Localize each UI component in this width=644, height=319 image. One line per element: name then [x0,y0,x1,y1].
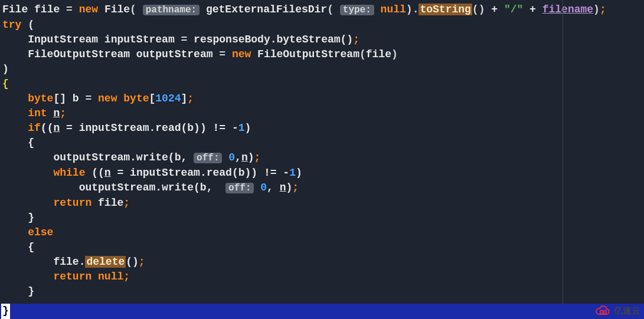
kw-return2: return [53,271,91,282]
num-1024: 1024 [155,93,181,104]
svg-point-0 [600,310,603,313]
kw-null: null [381,4,406,15]
var-n: n [53,107,60,119]
fos-ctor: FileOutputStream [257,48,359,60]
kw-new: new [79,4,98,15]
getext: getExternalFilesDir [206,4,327,15]
str-slash: "/" [504,4,523,15]
code-editor[interactable]: File file = new File( pathname: getExter… [0,0,644,299]
write-call: outputStream.write(b, [53,152,187,163]
read-call: inputStream.read(b) [79,122,200,134]
hint-type: type: [340,5,374,15]
fos-arg: file [366,48,391,60]
plus1: + [485,4,504,15]
var-n5: n [280,182,286,193]
kw-else: else [28,226,53,238]
watermark-logo: 亿速云 [595,303,640,318]
method-delete: delete [85,256,126,268]
type-fos: FileOutputStream [28,48,130,60]
kw-int: int [28,107,47,119]
file-ctor: File [104,4,130,15]
plus2: + [523,4,542,15]
num-zero: 0 [228,152,235,163]
matching-brace-highlight: } [1,304,10,319]
method-tostring: toString [419,4,472,15]
kw-return: return [53,197,91,209]
var-n3: n [241,152,248,163]
type-is: InputStream [28,34,98,45]
read-call2: inputStream.read(b) [130,167,251,179]
ret-file: file [98,197,123,209]
kw-try: try [2,19,21,31]
cloud-icon [595,304,612,317]
kw-new2: new [232,48,251,60]
kw-while: while [53,167,85,179]
svg-point-1 [604,310,607,313]
hint-pathname: pathname: [143,5,200,15]
num-neg1b: 1 [289,167,296,179]
num-zero2: 0 [260,182,267,193]
var-file: file [34,4,60,15]
var-os: outputStream [136,48,213,60]
hint-off: off: [194,153,222,163]
num-neg1: 1 [238,122,245,134]
watermark-text: 亿速云 [614,303,640,318]
kw-byte: byte [28,93,53,104]
expr-body: responseBody.byteStream() [194,34,353,45]
kw-null2: null [98,271,123,282]
status-bar [0,304,644,319]
var-filename: filename [542,4,593,15]
var-n2: n [53,122,60,134]
kw-new3: new [98,93,117,104]
var-b: b [73,93,79,104]
type-file: File [2,4,28,15]
var-n4: n [104,167,111,179]
brace-open: { [2,78,9,90]
kw-byte2: byte [123,93,149,104]
right-margin-line [563,0,563,304]
hint-off2: off: [225,183,254,193]
semi1: ; [600,4,606,15]
file-dot: file. [53,256,85,268]
write-call2: outputStream.write(b, [79,182,220,193]
kw-if: if [28,122,41,134]
var-is: inputStream [104,34,175,45]
